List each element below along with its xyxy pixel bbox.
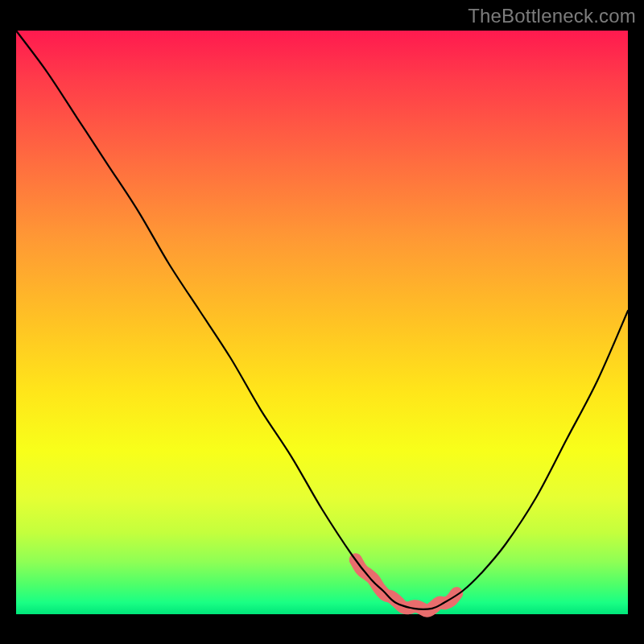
plot-area xyxy=(16,31,628,614)
optimum-marker xyxy=(356,559,456,610)
chart-frame: TheBottleneck.com xyxy=(0,0,644,644)
curve-line xyxy=(16,31,628,609)
curve-svg xyxy=(16,31,628,614)
watermark-label: TheBottleneck.com xyxy=(468,5,636,27)
